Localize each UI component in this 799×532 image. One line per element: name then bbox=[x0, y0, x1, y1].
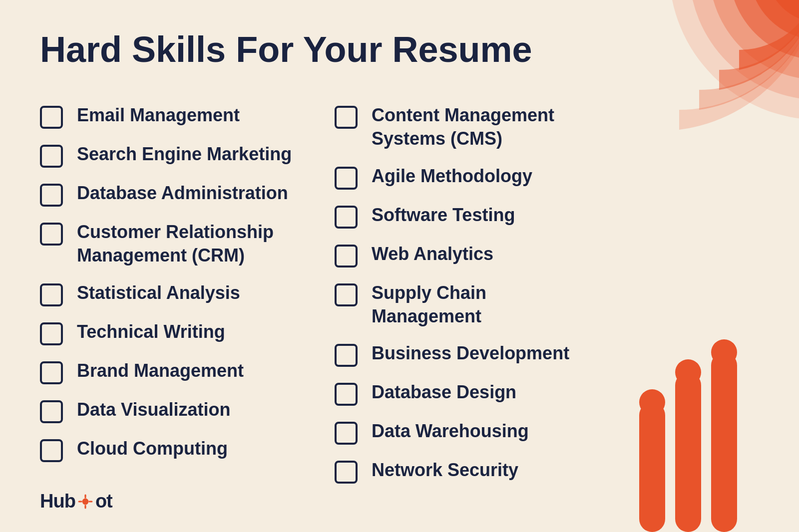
svg-rect-13 bbox=[84, 494, 86, 498]
skill-label: Email Management bbox=[77, 104, 240, 127]
checkbox-icon[interactable] bbox=[335, 245, 358, 267]
skill-label: Software Testing bbox=[372, 204, 515, 227]
skill-label: Statistical Analysis bbox=[77, 281, 240, 305]
hubspot-text-after: ot bbox=[95, 491, 112, 512]
svg-rect-15 bbox=[78, 501, 82, 502]
skill-item: Cloud Computing bbox=[40, 430, 295, 469]
skill-label: Database Administration bbox=[77, 182, 288, 205]
checkbox-icon[interactable] bbox=[40, 145, 63, 168]
skill-item: Content Management Systems (CMS) bbox=[335, 97, 589, 158]
hubspot-sprocket-icon bbox=[77, 494, 93, 510]
skills-grid: Email Management Search Engine Marketing… bbox=[40, 97, 589, 491]
hubspot-logo: Hub ot bbox=[40, 491, 112, 512]
skill-label: Brand Management bbox=[77, 359, 244, 383]
skill-item: Agile Methodology bbox=[335, 158, 589, 197]
skill-label: Web Analytics bbox=[372, 243, 493, 266]
checkbox-icon[interactable] bbox=[335, 461, 358, 484]
checkbox-icon[interactable] bbox=[335, 283, 358, 306]
svg-point-11 bbox=[711, 339, 737, 365]
left-column: Email Management Search Engine Marketing… bbox=[40, 97, 295, 491]
skill-item: Supply Chain Management bbox=[335, 274, 589, 335]
skill-item: Software Testing bbox=[335, 197, 589, 236]
skill-label: Cloud Computing bbox=[77, 437, 228, 461]
skill-item: Business Development bbox=[335, 335, 589, 374]
skill-item: Database Design bbox=[335, 374, 589, 413]
checkbox-icon[interactable] bbox=[335, 106, 358, 129]
checkbox-icon[interactable] bbox=[40, 184, 63, 207]
svg-rect-8 bbox=[675, 372, 701, 532]
skill-item: Statistical Analysis bbox=[40, 274, 295, 313]
decoration-bottom-right bbox=[639, 322, 799, 532]
skill-item: Brand Management bbox=[40, 352, 295, 391]
skill-label: Search Engine Marketing bbox=[77, 143, 292, 166]
skill-label: Supply Chain Management bbox=[372, 281, 589, 328]
svg-rect-16 bbox=[88, 501, 92, 502]
skill-item: Customer Relationship Management (CRM) bbox=[40, 214, 295, 274]
skill-label: Customer Relationship Management (CRM) bbox=[77, 221, 295, 267]
checkbox-icon[interactable] bbox=[335, 206, 358, 229]
checkbox-icon[interactable] bbox=[335, 422, 358, 445]
main-container: Hard Skills For Your Resume Email Manage… bbox=[0, 0, 799, 532]
skill-label: Agile Methodology bbox=[372, 165, 532, 188]
svg-point-9 bbox=[675, 359, 701, 385]
skill-label: Network Security bbox=[372, 459, 518, 482]
skill-label: Content Management Systems (CMS) bbox=[372, 104, 589, 151]
hubspot-text-before: Hub bbox=[40, 491, 75, 512]
right-column: Content Management Systems (CMS) Agile M… bbox=[335, 97, 589, 491]
checkbox-icon[interactable] bbox=[40, 439, 63, 462]
skill-item: Data Warehousing bbox=[335, 413, 589, 452]
skill-item: Email Management bbox=[40, 97, 295, 136]
skill-label: Data Warehousing bbox=[372, 420, 529, 443]
skill-label: Data Visualization bbox=[77, 398, 230, 422]
checkbox-icon[interactable] bbox=[40, 322, 63, 345]
skill-item: Web Analytics bbox=[335, 236, 589, 274]
skill-item: Data Visualization bbox=[40, 391, 295, 430]
decoration-top-right bbox=[639, 0, 799, 210]
checkbox-icon[interactable] bbox=[40, 283, 63, 306]
skill-label: Technical Writing bbox=[77, 320, 225, 344]
checkbox-icon[interactable] bbox=[40, 223, 63, 246]
svg-rect-14 bbox=[84, 505, 86, 509]
skill-item: Database Administration bbox=[40, 175, 295, 214]
checkbox-icon[interactable] bbox=[40, 400, 63, 423]
checkbox-icon[interactable] bbox=[40, 106, 63, 129]
skill-label: Database Design bbox=[372, 381, 516, 404]
skill-item: Network Security bbox=[335, 452, 589, 491]
checkbox-icon[interactable] bbox=[335, 383, 358, 406]
checkbox-icon[interactable] bbox=[40, 361, 63, 384]
skill-label: Business Development bbox=[372, 342, 569, 365]
skill-item: Technical Writing bbox=[40, 313, 295, 352]
svg-point-7 bbox=[639, 389, 665, 415]
svg-rect-6 bbox=[639, 402, 665, 532]
skill-item: Search Engine Marketing bbox=[40, 136, 295, 175]
checkbox-icon[interactable] bbox=[335, 167, 358, 190]
checkbox-icon[interactable] bbox=[335, 344, 358, 367]
svg-point-12 bbox=[82, 498, 88, 505]
